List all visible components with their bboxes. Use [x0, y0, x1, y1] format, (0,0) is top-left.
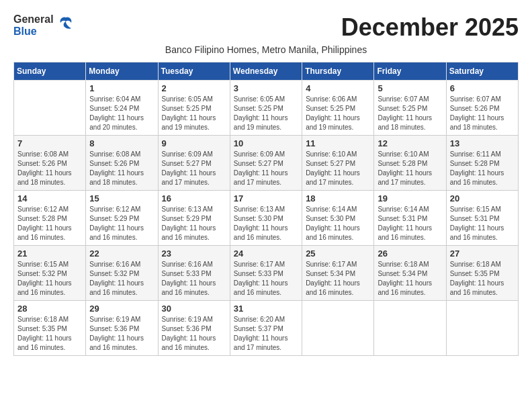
day-number: 14 — [17, 193, 82, 203]
day-info: Sunrise: 6:04 AM Sunset: 5:24 PM Dayligh… — [89, 95, 154, 132]
day-info: Sunrise: 6:16 AM Sunset: 5:33 PM Dayligh… — [162, 260, 226, 298]
calendar-cell — [446, 301, 518, 356]
day-number: 18 — [306, 193, 370, 203]
day-info: Sunrise: 6:18 AM Sunset: 5:35 PM Dayligh… — [17, 315, 82, 353]
week-row-2: 7Sunrise: 6:08 AM Sunset: 5:26 PM Daylig… — [14, 136, 519, 191]
week-row-5: 28Sunrise: 6:18 AM Sunset: 5:35 PM Dayli… — [14, 301, 519, 356]
calendar-cell: 10Sunrise: 6:09 AM Sunset: 5:27 PM Dayli… — [230, 136, 302, 191]
day-info: Sunrise: 6:14 AM Sunset: 5:31 PM Dayligh… — [378, 205, 442, 242]
day-info: Sunrise: 6:11 AM Sunset: 5:28 PM Dayligh… — [450, 150, 515, 187]
day-number: 20 — [450, 193, 515, 203]
calendar-cell: 29Sunrise: 6:19 AM Sunset: 5:36 PM Dayli… — [86, 301, 158, 356]
day-number: 6 — [450, 83, 515, 93]
day-number: 30 — [162, 304, 226, 314]
day-info: Sunrise: 6:17 AM Sunset: 5:33 PM Dayligh… — [234, 260, 298, 298]
day-number: 29 — [89, 304, 154, 314]
week-row-3: 14Sunrise: 6:12 AM Sunset: 5:28 PM Dayli… — [14, 191, 519, 246]
calendar-body: 1Sunrise: 6:04 AM Sunset: 5:24 PM Daylig… — [14, 81, 519, 356]
calendar-cell: 28Sunrise: 6:18 AM Sunset: 5:35 PM Dayli… — [14, 301, 86, 356]
day-info: Sunrise: 6:12 AM Sunset: 5:29 PM Dayligh… — [89, 205, 154, 242]
day-info: Sunrise: 6:17 AM Sunset: 5:34 PM Dayligh… — [306, 260, 370, 298]
day-number: 25 — [306, 248, 370, 259]
day-number: 21 — [17, 248, 82, 259]
day-info: Sunrise: 6:12 AM Sunset: 5:28 PM Dayligh… — [17, 205, 82, 242]
day-info: Sunrise: 6:08 AM Sunset: 5:26 PM Dayligh… — [17, 150, 82, 187]
header-row: SundayMondayTuesdayWednesdayThursdayFrid… — [14, 62, 519, 81]
day-info: Sunrise: 6:15 AM Sunset: 5:31 PM Dayligh… — [450, 205, 515, 242]
calendar-cell: 12Sunrise: 6:10 AM Sunset: 5:28 PM Dayli… — [374, 136, 446, 191]
day-number: 4 — [306, 83, 370, 93]
day-info: Sunrise: 6:13 AM Sunset: 5:29 PM Dayligh… — [162, 205, 226, 242]
calendar-cell: 1Sunrise: 6:04 AM Sunset: 5:24 PM Daylig… — [86, 81, 158, 136]
day-info: Sunrise: 6:15 AM Sunset: 5:32 PM Dayligh… — [17, 260, 82, 298]
calendar-cell: 27Sunrise: 6:18 AM Sunset: 5:35 PM Dayli… — [446, 246, 518, 301]
day-number: 17 — [234, 193, 298, 203]
calendar-cell: 8Sunrise: 6:08 AM Sunset: 5:26 PM Daylig… — [86, 136, 158, 191]
day-number: 10 — [234, 138, 298, 148]
day-info: Sunrise: 6:07 AM Sunset: 5:26 PM Dayligh… — [450, 95, 515, 132]
day-info: Sunrise: 6:14 AM Sunset: 5:30 PM Dayligh… — [306, 205, 370, 242]
day-info: Sunrise: 6:13 AM Sunset: 5:30 PM Dayligh… — [234, 205, 298, 242]
day-number: 3 — [234, 83, 298, 93]
day-number: 7 — [17, 138, 82, 148]
day-number: 28 — [17, 304, 82, 314]
day-info: Sunrise: 6:18 AM Sunset: 5:35 PM Dayligh… — [450, 260, 515, 298]
day-number: 12 — [378, 138, 442, 148]
day-number: 19 — [378, 193, 442, 203]
calendar-cell: 2Sunrise: 6:05 AM Sunset: 5:25 PM Daylig… — [158, 81, 230, 136]
calendar-cell: 21Sunrise: 6:15 AM Sunset: 5:32 PM Dayli… — [14, 246, 86, 301]
day-number: 23 — [162, 248, 226, 259]
day-number: 26 — [378, 248, 442, 259]
calendar-cell — [302, 301, 374, 356]
calendar-cell: 11Sunrise: 6:10 AM Sunset: 5:27 PM Dayli… — [302, 136, 374, 191]
day-number: 16 — [162, 193, 226, 203]
day-number: 1 — [89, 83, 154, 93]
header-day-monday: Monday — [86, 62, 158, 81]
day-number: 15 — [89, 193, 154, 203]
calendar-cell: 31Sunrise: 6:20 AM Sunset: 5:37 PM Dayli… — [230, 301, 302, 356]
day-info: Sunrise: 6:05 AM Sunset: 5:25 PM Dayligh… — [162, 95, 226, 132]
month-title: December 2025 — [341, 13, 519, 42]
day-info: Sunrise: 6:10 AM Sunset: 5:28 PM Dayligh… — [378, 150, 442, 187]
day-number: 13 — [450, 138, 515, 148]
calendar-cell: 3Sunrise: 6:05 AM Sunset: 5:25 PM Daylig… — [230, 81, 302, 136]
day-number: 2 — [162, 83, 226, 93]
calendar-header: SundayMondayTuesdayWednesdayThursdayFrid… — [14, 62, 519, 81]
calendar-cell: 30Sunrise: 6:19 AM Sunset: 5:36 PM Dayli… — [158, 301, 230, 356]
week-row-4: 21Sunrise: 6:15 AM Sunset: 5:32 PM Dayli… — [14, 246, 519, 301]
week-row-1: 1Sunrise: 6:04 AM Sunset: 5:24 PM Daylig… — [14, 81, 519, 136]
day-info: Sunrise: 6:06 AM Sunset: 5:25 PM Dayligh… — [306, 95, 370, 132]
day-info: Sunrise: 6:08 AM Sunset: 5:26 PM Dayligh… — [89, 150, 154, 187]
header-day-thursday: Thursday — [302, 62, 374, 81]
day-number: 27 — [450, 248, 515, 259]
calendar-cell: 23Sunrise: 6:16 AM Sunset: 5:33 PM Dayli… — [158, 246, 230, 301]
header-day-saturday: Saturday — [446, 62, 518, 81]
day-info: Sunrise: 6:18 AM Sunset: 5:34 PM Dayligh… — [378, 260, 442, 298]
day-number: 5 — [378, 83, 442, 93]
day-info: Sunrise: 6:07 AM Sunset: 5:25 PM Dayligh… — [378, 95, 442, 132]
calendar-cell: 19Sunrise: 6:14 AM Sunset: 5:31 PM Dayli… — [374, 191, 446, 246]
calendar-cell: 7Sunrise: 6:08 AM Sunset: 5:26 PM Daylig… — [14, 136, 86, 191]
calendar-cell: 20Sunrise: 6:15 AM Sunset: 5:31 PM Dayli… — [446, 191, 518, 246]
calendar-cell: 26Sunrise: 6:18 AM Sunset: 5:34 PM Dayli… — [374, 246, 446, 301]
day-number: 11 — [306, 138, 370, 148]
calendar-cell: 18Sunrise: 6:14 AM Sunset: 5:30 PM Dayli… — [302, 191, 374, 246]
day-number: 31 — [234, 304, 298, 314]
calendar-cell: 16Sunrise: 6:13 AM Sunset: 5:29 PM Dayli… — [158, 191, 230, 246]
day-info: Sunrise: 6:19 AM Sunset: 5:36 PM Dayligh… — [162, 315, 226, 353]
calendar-cell: 14Sunrise: 6:12 AM Sunset: 5:28 PM Dayli… — [14, 191, 86, 246]
calendar-cell: 13Sunrise: 6:11 AM Sunset: 5:28 PM Dayli… — [446, 136, 518, 191]
day-info: Sunrise: 6:09 AM Sunset: 5:27 PM Dayligh… — [234, 150, 298, 187]
subtitle: Banco Filipino Homes, Metro Manila, Phil… — [13, 44, 519, 55]
calendar-cell: 6Sunrise: 6:07 AM Sunset: 5:26 PM Daylig… — [446, 81, 518, 136]
day-number: 24 — [234, 248, 298, 259]
logo: General Blue — [13, 13, 75, 38]
calendar-cell: 25Sunrise: 6:17 AM Sunset: 5:34 PM Dayli… — [302, 246, 374, 301]
header-day-sunday: Sunday — [14, 62, 86, 81]
calendar-cell: 17Sunrise: 6:13 AM Sunset: 5:30 PM Dayli… — [230, 191, 302, 246]
day-number: 22 — [89, 248, 154, 259]
day-info: Sunrise: 6:05 AM Sunset: 5:25 PM Dayligh… — [234, 95, 298, 132]
day-info: Sunrise: 6:10 AM Sunset: 5:27 PM Dayligh… — [306, 150, 370, 187]
calendar-cell: 24Sunrise: 6:17 AM Sunset: 5:33 PM Dayli… — [230, 246, 302, 301]
calendar-cell: 22Sunrise: 6:16 AM Sunset: 5:32 PM Dayli… — [86, 246, 158, 301]
